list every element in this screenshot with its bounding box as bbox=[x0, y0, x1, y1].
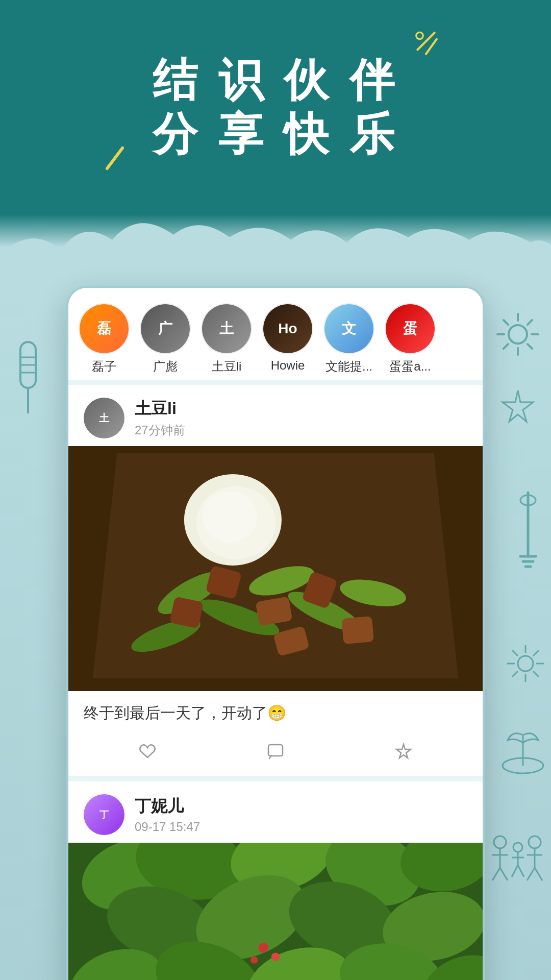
feed-text-1: 终于到最后一天了，开动了😁 bbox=[68, 691, 483, 734]
leaves-image-svg bbox=[68, 843, 483, 980]
story-item-5[interactable]: 蛋 蛋蛋a... bbox=[385, 303, 436, 375]
svg-line-14 bbox=[504, 320, 508, 325]
svg-line-3 bbox=[107, 148, 122, 168]
story-avatar-3: Ho bbox=[262, 303, 313, 354]
deco-lines-icon bbox=[413, 31, 439, 56]
feed-time-1: 27分钟前 bbox=[135, 422, 185, 438]
story-avatar-inner-2: 土 bbox=[202, 304, 251, 353]
svg-line-31 bbox=[534, 651, 538, 655]
svg-point-2 bbox=[416, 32, 423, 39]
svg-line-41 bbox=[500, 868, 508, 880]
story-name-3: Howie bbox=[271, 358, 305, 373]
svg-point-42 bbox=[513, 843, 522, 852]
svg-line-1 bbox=[426, 39, 437, 54]
story-avatar-inner-5: 蛋 bbox=[386, 304, 435, 353]
svg-marker-70 bbox=[396, 744, 411, 758]
feed-actions-1 bbox=[68, 734, 483, 776]
cloud-svg-icon bbox=[0, 214, 551, 296]
story-row: 磊 磊子 广 广彪 土 土豆li bbox=[68, 288, 483, 380]
story-avatar-4: 文 bbox=[323, 303, 374, 354]
svg-line-32 bbox=[513, 672, 517, 676]
feed-card-1: 土 土豆li 27分钟前 bbox=[68, 385, 483, 776]
svg-rect-68 bbox=[268, 745, 283, 756]
hero-title-line1: 结 识 伙 伴 bbox=[153, 53, 398, 107]
right-deco-family-icon bbox=[485, 832, 546, 885]
feed-username-2: 丁妮儿 bbox=[135, 795, 200, 818]
left-deco-popsicle-icon bbox=[8, 337, 48, 421]
svg-point-24 bbox=[518, 656, 533, 671]
feed-header-2: 丁 丁妮儿 09-17 15:47 bbox=[68, 781, 483, 843]
feed-username-1: 土豆li bbox=[135, 398, 185, 420]
svg-line-40 bbox=[492, 868, 500, 880]
right-deco-sun2-icon bbox=[505, 643, 546, 686]
svg-line-50 bbox=[527, 868, 535, 880]
svg-point-47 bbox=[529, 836, 541, 848]
feed-image-1 bbox=[68, 446, 483, 691]
hero-title-line2: 分 享 快 乐 bbox=[153, 107, 398, 161]
feed-header-1: 土 土豆li 27分钟前 bbox=[68, 385, 483, 446]
svg-rect-62 bbox=[341, 616, 374, 644]
story-avatar-inner-3: Ho bbox=[263, 304, 312, 353]
svg-line-30 bbox=[534, 672, 538, 676]
story-name-2: 土豆li bbox=[212, 358, 242, 375]
comment-button-1[interactable] bbox=[266, 742, 285, 761]
hero-title: 结 识 伙 伴 分 享 快 乐 bbox=[153, 53, 398, 161]
story-item-4[interactable]: 文 文能提... bbox=[323, 303, 374, 375]
svg-marker-18 bbox=[503, 390, 533, 422]
deco-slash-icon bbox=[102, 143, 128, 174]
feed-avatar-1[interactable]: 土 bbox=[84, 398, 124, 438]
story-item-0[interactable]: 磊 磊子 bbox=[79, 303, 130, 375]
story-name-0: 磊子 bbox=[92, 358, 116, 375]
story-item-2[interactable]: 土 土豆li bbox=[201, 303, 252, 375]
svg-line-51 bbox=[535, 868, 542, 880]
right-deco-sun-icon bbox=[495, 311, 541, 359]
main-content-area: 磊 磊子 广 广彪 土 土豆li bbox=[0, 296, 551, 980]
story-item-1[interactable]: 广 广彪 bbox=[140, 303, 191, 375]
svg-point-9 bbox=[509, 325, 527, 344]
right-deco-beach-icon bbox=[497, 715, 548, 778]
story-name-1: 广彪 bbox=[153, 358, 178, 375]
feed-time-2: 09-17 15:47 bbox=[135, 820, 200, 834]
hero-section: 结 识 伙 伴 分 享 快 乐 bbox=[0, 0, 551, 214]
svg-point-86 bbox=[259, 943, 268, 952]
svg-point-67 bbox=[203, 491, 257, 542]
svg-line-17 bbox=[504, 344, 508, 349]
svg-point-37 bbox=[494, 836, 506, 848]
feed-user-info-2: 丁妮儿 09-17 15:47 bbox=[135, 795, 200, 834]
like-icon bbox=[138, 742, 157, 761]
svg-point-88 bbox=[251, 957, 258, 964]
story-name-4: 文能提... bbox=[325, 358, 372, 375]
story-avatar-2: 土 bbox=[201, 303, 252, 354]
svg-line-45 bbox=[512, 865, 518, 877]
story-avatar-inner-1: 广 bbox=[141, 304, 190, 353]
story-name-5: 蛋蛋a... bbox=[389, 358, 431, 375]
feed-user-info-1: 土豆li 27分钟前 bbox=[135, 398, 185, 438]
svg-point-87 bbox=[271, 952, 280, 961]
story-avatar-0: 磊 bbox=[79, 303, 130, 354]
feed-card-2: 丁 丁妮儿 09-17 15:47 bbox=[68, 781, 483, 980]
story-avatar-5: 蛋 bbox=[385, 303, 436, 354]
cloud-section bbox=[0, 214, 551, 296]
svg-line-16 bbox=[528, 320, 532, 325]
svg-line-29 bbox=[513, 651, 517, 655]
comment-icon bbox=[266, 742, 285, 761]
story-avatar-inner-4: 文 bbox=[324, 304, 373, 353]
story-item-3[interactable]: Ho Howie bbox=[262, 303, 313, 375]
right-deco-screwdriver-icon bbox=[513, 490, 543, 574]
feed-avatar-2[interactable]: 丁 bbox=[84, 794, 124, 835]
star-icon bbox=[394, 742, 413, 761]
story-avatar-inner-0: 磊 bbox=[80, 304, 129, 353]
right-deco-star-icon bbox=[500, 388, 536, 426]
app-container: 结 识 伙 伴 分 享 快 乐 bbox=[0, 0, 551, 980]
story-avatar-1: 广 bbox=[140, 303, 191, 354]
food-image-svg bbox=[68, 446, 483, 691]
like-button-1[interactable] bbox=[138, 742, 157, 761]
feed-image-2 bbox=[68, 843, 483, 980]
star-button-1[interactable] bbox=[394, 742, 413, 761]
svg-line-46 bbox=[518, 865, 524, 877]
svg-line-15 bbox=[528, 344, 532, 349]
phone-mockup: 磊 磊子 广 广彪 土 土豆li bbox=[66, 286, 485, 980]
